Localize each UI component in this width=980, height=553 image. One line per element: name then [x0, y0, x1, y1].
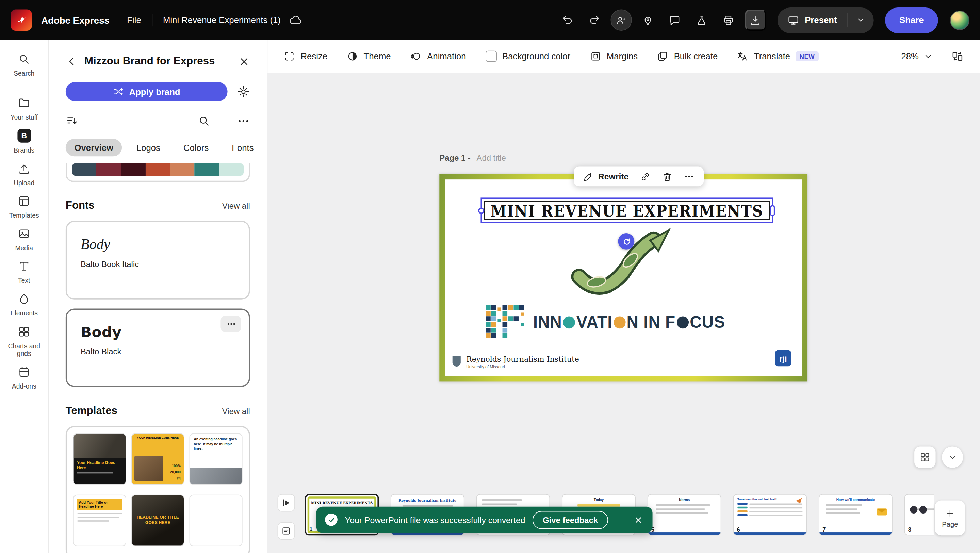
theme-button[interactable]: Theme: [347, 51, 391, 62]
margins-button[interactable]: Margins: [590, 51, 638, 62]
selection-handle-right[interactable]: [770, 205, 775, 216]
user-avatar[interactable]: [950, 10, 969, 30]
organize-pages-button[interactable]: [951, 50, 964, 63]
slide-thumbnail-6[interactable]: Timeline - this will feel fast! 6: [733, 494, 807, 535]
selection-handle-left[interactable]: [478, 207, 484, 214]
delete-button[interactable]: [657, 168, 678, 185]
template-thumbnail[interactable]: [189, 495, 243, 546]
resize-button[interactable]: Resize: [284, 51, 327, 62]
brand-color-palette: [72, 163, 243, 176]
rail-item-charts-grids[interactable]: Charts and grids: [1, 325, 47, 357]
cloud-sync-icon[interactable]: [289, 13, 302, 27]
template-thumbnail[interactable]: An exciting headline goes here. It may b…: [189, 433, 243, 485]
zoom-dropdown-button[interactable]: [923, 51, 933, 61]
share-button[interactable]: Share: [885, 7, 938, 33]
thumb-accent-bar: [733, 532, 806, 535]
color-swatch[interactable]: [195, 163, 219, 176]
speaker-notes-button[interactable]: [278, 522, 295, 540]
templates-view-all-link[interactable]: View all: [222, 406, 250, 416]
file-menu[interactable]: File: [127, 15, 141, 25]
rail-label: Text: [18, 277, 30, 284]
innovation-in-focus-logo[interactable]: INN VATI N IN F CUS: [485, 305, 725, 339]
rail-item-upload[interactable]: Upload: [1, 162, 47, 186]
tab-colors[interactable]: Colors: [175, 139, 218, 156]
location-button[interactable]: [637, 10, 659, 31]
decorative-line: [826, 508, 858, 510]
templates-icon: [18, 195, 30, 208]
slide-footer[interactable]: Reynolds Journalism Institute University…: [452, 355, 579, 369]
template-thumbnail[interactable]: HEADLINE OR TITLE GOES HERE: [131, 495, 185, 546]
panel-search-button[interactable]: [197, 115, 211, 128]
font-card-balto-black[interactable]: Body Balto Black: [66, 309, 250, 387]
comments-button[interactable]: [664, 10, 685, 31]
color-swatch[interactable]: [72, 163, 96, 176]
brand-color-palette-card[interactable]: [66, 163, 250, 182]
tab-overview[interactable]: Overview: [66, 139, 122, 156]
slide-thumbnail-5[interactable]: Norms 5: [648, 494, 721, 535]
panel-more-button[interactable]: [237, 115, 250, 128]
document-title[interactable]: Mini Revenue Experiments (1): [163, 15, 281, 25]
color-swatch[interactable]: [146, 163, 170, 176]
collapse-filmstrip-button[interactable]: [942, 446, 963, 467]
rji-logo[interactable]: rji: [775, 351, 791, 367]
toolbar-right-group: 28%: [901, 50, 964, 63]
context-more-button[interactable]: [679, 168, 699, 185]
rail-item-brands[interactable]: B Brands: [1, 129, 47, 154]
fonts-view-all-link[interactable]: View all: [222, 201, 250, 211]
rail-item-media[interactable]: Media: [1, 227, 47, 252]
template-thumbnail[interactable]: Your Headline Goes Here: [73, 433, 126, 485]
color-swatch[interactable]: [219, 163, 243, 176]
template-thumbnail[interactable]: Add Your Title or Headline Here: [73, 495, 126, 546]
rail-item-text[interactable]: Text: [1, 260, 47, 284]
invite-people-button[interactable]: [611, 10, 632, 31]
tab-logos[interactable]: Logos: [127, 139, 169, 156]
rotate-handle[interactable]: [618, 233, 635, 250]
brand-settings-button[interactable]: [237, 85, 250, 99]
redo-button[interactable]: [584, 10, 605, 31]
apply-brand-button[interactable]: Apply brand: [66, 82, 228, 102]
font-card-more-button[interactable]: [221, 316, 241, 332]
color-swatch[interactable]: [96, 163, 121, 176]
rail-item-search[interactable]: Search: [1, 53, 47, 77]
link-button[interactable]: [635, 168, 656, 185]
rail-item-templates[interactable]: Templates: [1, 195, 47, 219]
tab-fonts[interactable]: Fonts: [223, 139, 263, 156]
animation-button[interactable]: Animation: [410, 51, 466, 62]
sort-button[interactable]: [66, 115, 79, 128]
bulk-create-button[interactable]: Bulk create: [657, 51, 718, 62]
adobe-express-logo-icon[interactable]: [11, 10, 32, 31]
give-feedback-button[interactable]: Give feedback: [533, 511, 608, 529]
slide-thumbnail-7[interactable]: How we'll communicate 7: [819, 494, 892, 535]
rewrite-button[interactable]: Rewrite: [578, 168, 633, 185]
background-color-button[interactable]: Background color: [485, 51, 570, 62]
template-thumbnail[interactable]: YOUR HEADLINE GOES HERE 100% 20,000 #4: [131, 433, 185, 485]
rail-item-elements[interactable]: Elements: [1, 293, 47, 317]
translate-button[interactable]: Translate NEW: [737, 51, 818, 62]
beta-labs-button[interactable]: [691, 10, 712, 31]
page-title-placeholder[interactable]: Add title: [476, 153, 506, 163]
grid-view-button[interactable]: [914, 446, 935, 467]
play-presentation-button[interactable]: [278, 494, 295, 512]
slide-page-1[interactable]: MINI REVENUE EXPERIMENTS: [439, 174, 808, 382]
zoom-level[interactable]: 28%: [901, 51, 919, 61]
present-dropdown-button[interactable]: [848, 7, 874, 33]
slide-thumbnail-8[interactable]: 8: [904, 494, 934, 535]
undo-button[interactable]: [557, 10, 578, 31]
back-button[interactable]: [66, 55, 78, 68]
present-button[interactable]: Present: [777, 7, 847, 33]
print-button[interactable]: [718, 10, 739, 31]
close-panel-button[interactable]: [238, 56, 250, 67]
add-page-button[interactable]: Page: [935, 500, 965, 535]
rail-item-your-stuff[interactable]: Your stuff: [1, 96, 47, 121]
download-button[interactable]: [745, 10, 766, 31]
toast-close-button[interactable]: [629, 510, 648, 529]
rewrite-label: Rewrite: [598, 172, 629, 181]
selection-box[interactable]: [480, 198, 773, 223]
theme-icon: [347, 51, 358, 62]
bulk-create-icon: [657, 51, 668, 62]
font-card-balto-book-italic[interactable]: Body Balto Book Italic: [66, 221, 250, 299]
color-swatch[interactable]: [121, 163, 146, 176]
color-swatch[interactable]: [170, 163, 195, 176]
download-icon: [749, 14, 762, 26]
rail-item-add-ons[interactable]: Add-ons: [1, 365, 47, 390]
